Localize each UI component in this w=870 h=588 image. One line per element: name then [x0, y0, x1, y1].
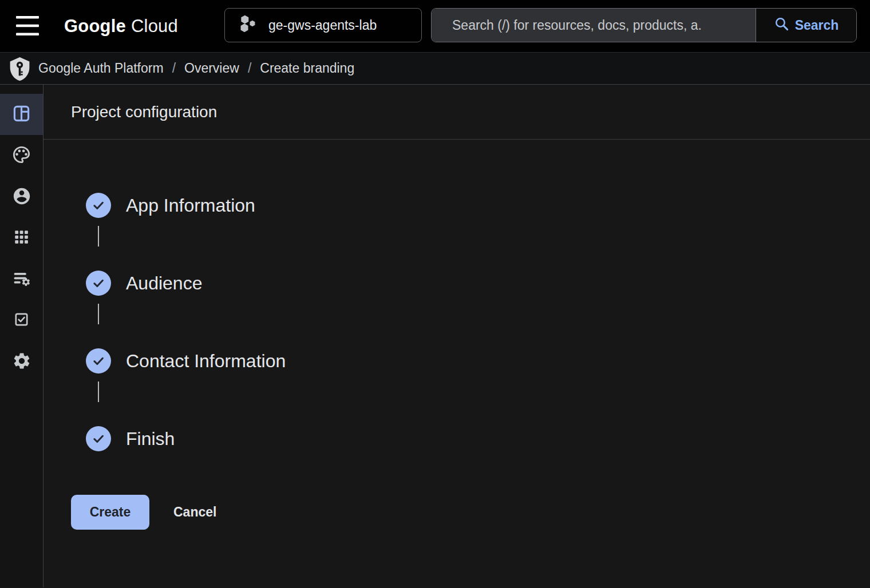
create-button[interactable]: Create — [71, 495, 149, 530]
logo-cloud-text: Cloud — [131, 16, 178, 37]
menu-hamburger-button[interactable] — [14, 13, 41, 40]
cancel-button[interactable]: Cancel — [173, 504, 216, 520]
checkbox-icon — [13, 311, 30, 329]
step-label: Audience — [126, 273, 202, 294]
step-label: Finish — [126, 428, 175, 450]
page-header: Project configuration — [43, 85, 870, 140]
sidebar-item-settings[interactable] — [0, 341, 43, 382]
hexagons-project-icon — [239, 14, 258, 37]
sidebar-item-overview[interactable] — [0, 94, 43, 135]
step-app-information[interactable]: App Information — [86, 193, 870, 218]
palette-icon — [11, 145, 31, 166]
step-connector — [98, 382, 99, 402]
step-completed-check-icon — [86, 348, 111, 374]
google-cloud-logo[interactable]: Google Cloud — [64, 0, 178, 53]
breadcrumb: Google Auth Platform / Overview / Create… — [0, 53, 870, 85]
form-actions: Create Cancel — [43, 495, 870, 530]
sidebar-item-branding[interactable] — [0, 135, 43, 176]
top-bar: Google Cloud ge-gws-agents-lab Search — [0, 0, 870, 53]
body-row: Project configuration App Information — [0, 85, 870, 587]
step-audience[interactable]: Audience — [86, 271, 870, 296]
search-button-label: Search — [795, 18, 839, 33]
search-input[interactable] — [432, 9, 756, 42]
project-configuration-stepper: App Information Audience Contact I — [43, 140, 870, 451]
sidebar-item-verification-center[interactable] — [0, 300, 43, 341]
apps-grid-icon — [13, 228, 30, 248]
search-icon — [774, 16, 789, 35]
dashboard-icon — [12, 104, 31, 125]
main-content: Project configuration App Information — [43, 85, 870, 587]
step-completed-check-icon — [86, 426, 111, 451]
person-icon — [12, 186, 31, 208]
breadcrumb-separator: / — [172, 61, 176, 76]
step-label: App Information — [126, 195, 255, 216]
auth-shield-key-icon — [7, 55, 33, 82]
step-finish[interactable]: Finish — [86, 426, 870, 451]
page-title: Project configuration — [71, 103, 217, 121]
step-label: Contact Information — [126, 351, 286, 372]
step-completed-check-icon — [86, 271, 111, 296]
step-connector — [98, 226, 99, 247]
step-completed-check-icon — [86, 193, 111, 218]
search-button[interactable]: Search — [756, 9, 856, 42]
sidebar-item-audience[interactable] — [0, 176, 43, 217]
hamburger-icon — [16, 16, 39, 37]
breadcrumb-separator: / — [248, 61, 251, 76]
breadcrumb-item-auth-platform[interactable]: Google Auth Platform — [38, 61, 164, 76]
logo-google-text: Google — [64, 16, 126, 37]
search-bar: Search — [431, 8, 857, 42]
gear-icon — [12, 351, 31, 372]
list-settings-icon — [12, 269, 31, 290]
project-name: ge-gws-agents-lab — [268, 18, 377, 33]
sidebar-item-clients[interactable] — [0, 217, 43, 259]
project-selector[interactable]: ge-gws-agents-lab — [224, 8, 422, 42]
step-contact-information[interactable]: Contact Information — [86, 348, 870, 374]
step-connector — [98, 304, 99, 324]
sidebar-nav — [0, 85, 43, 587]
sidebar-item-data-access[interactable] — [0, 259, 43, 300]
breadcrumb-item-create-branding: Create branding — [260, 61, 354, 76]
breadcrumb-item-overview[interactable]: Overview — [184, 61, 239, 76]
